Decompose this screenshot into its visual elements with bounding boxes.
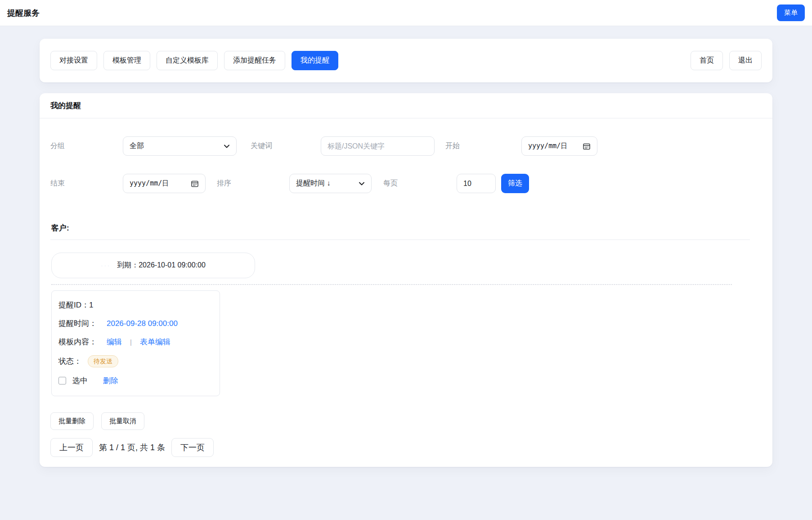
form-edit-link[interactable]: 表单编辑 — [140, 337, 170, 347]
reminder-time-row: 提醒时间： 2026-09-28 09:00:00 — [58, 318, 213, 329]
calendar-icon — [191, 180, 199, 188]
template-content-row: 模板内容： 编辑 | 表单编辑 — [58, 337, 213, 347]
start-date-input[interactable]: yyyy/mm/日 — [521, 136, 597, 156]
status-row: 状态： 待发送 — [58, 355, 213, 367]
pagination-info: 第 1 / 1 页, 共 1 条 — [99, 442, 165, 453]
panel-header: 我的提醒 — [40, 93, 772, 118]
reminder-id-value: 1 — [89, 301, 93, 310]
filter-row-2: 结束 yyyy/mm/日 排序 提醒时间 ↓ 每页 筛选 — [50, 174, 762, 193]
select-label: 选中 — [72, 375, 88, 386]
end-date-placeholder: yyyy/mm/日 — [130, 179, 169, 188]
nav-panel: 对接设置 模板管理 自定义模板库 添加提醒任务 我的提醒 首页 退出 — [40, 39, 772, 82]
sort-select[interactable]: 提醒时间 ↓ — [289, 174, 372, 193]
filter-button[interactable]: 筛选 — [501, 174, 529, 193]
delete-link[interactable]: 删除 — [103, 375, 118, 386]
start-date-placeholder: yyyy/mm/日 — [528, 142, 567, 150]
end-date-label: 结束 — [50, 179, 123, 188]
panel-body: 分组 全部 关键词 开始 yyyy/mm/日 — [40, 118, 772, 468]
select-delete-row: 选中 删除 — [58, 375, 213, 386]
chevron-down-icon — [224, 143, 230, 149]
sort-label: 排序 — [217, 179, 289, 188]
customer-due-card[interactable]: ··· 到期：2026-10-01 09:00:00 — [51, 253, 255, 278]
template-content-label: 模板内容： — [58, 337, 97, 347]
chevron-down-icon — [359, 181, 365, 187]
app-title: 提醒服务 — [7, 8, 40, 18]
batch-actions: 批量删除 批量取消 — [50, 412, 762, 430]
customer-name-faint: ··· — [101, 262, 111, 269]
status-badge: 待发送 — [88, 355, 118, 367]
keyword-input[interactable] — [321, 136, 435, 156]
prev-page-button[interactable]: 上一页 — [50, 438, 93, 457]
start-date-label: 开始 — [445, 141, 521, 151]
per-page-input[interactable] — [457, 174, 496, 193]
nav-right-buttons: 首页 退出 — [691, 51, 762, 70]
page: 提醒服务 菜单 对接设置 模板管理 自定义模板库 添加提醒任务 我的提醒 首页 … — [0, 0, 812, 520]
per-page-label: 每页 — [383, 179, 457, 188]
logout-button[interactable]: 退出 — [729, 51, 762, 70]
batch-cancel-button[interactable]: 批量取消 — [101, 412, 144, 430]
group-label: 分组 — [50, 141, 123, 151]
menu-button[interactable]: 菜单 — [777, 5, 805, 21]
tab-integration-settings[interactable]: 对接设置 — [50, 51, 97, 70]
divider — [50, 240, 750, 240]
dotted-divider — [51, 284, 732, 285]
select-checkbox[interactable] — [58, 377, 66, 384]
nav-tabs: 对接设置 模板管理 自定义模板库 添加提醒任务 我的提醒 — [50, 51, 338, 70]
next-page-button[interactable]: 下一页 — [171, 438, 214, 457]
reminder-time-link[interactable]: 2026-09-28 09:00:00 — [107, 319, 178, 328]
reminder-time-label: 提醒时间： — [58, 318, 97, 329]
end-date-input[interactable]: yyyy/mm/日 — [123, 174, 206, 193]
pagination: 上一页 第 1 / 1 页, 共 1 条 下一页 — [50, 438, 762, 457]
link-separator: | — [130, 338, 132, 346]
reminder-id-row: 提醒ID： 1 — [58, 300, 213, 310]
calendar-icon — [583, 142, 591, 150]
home-button[interactable]: 首页 — [691, 51, 723, 70]
tab-custom-template-library[interactable]: 自定义模板库 — [157, 51, 218, 70]
my-reminders-panel: 我的提醒 分组 全部 关键词 开始 yyyy/mm/日 — [40, 93, 772, 467]
reminder-card: 提醒ID： 1 提醒时间： 2026-09-28 09:00:00 模板内容： … — [51, 290, 220, 396]
tab-add-reminder-task[interactable]: 添加提醒任务 — [224, 51, 285, 70]
reminder-id-label: 提醒ID： — [58, 300, 89, 310]
status-label: 状态： — [58, 356, 81, 366]
filter-row-1: 分组 全部 关键词 开始 yyyy/mm/日 — [50, 136, 762, 156]
due-date-text: 到期：2026-10-01 09:00:00 — [117, 261, 206, 270]
sort-select-value: 提醒时间 ↓ — [296, 179, 330, 188]
group-select[interactable]: 全部 — [123, 136, 237, 156]
keyword-label: 关键词 — [251, 141, 321, 151]
customer-heading: 客户: — [50, 223, 762, 233]
tab-template-management[interactable]: 模板管理 — [103, 51, 150, 70]
panel-title: 我的提醒 — [50, 100, 762, 111]
edit-link[interactable]: 编辑 — [107, 337, 122, 347]
customer-section: 客户: — [50, 223, 762, 240]
top-bar: 提醒服务 菜单 — [0, 0, 812, 26]
tab-my-reminders[interactable]: 我的提醒 — [292, 51, 338, 70]
group-select-value: 全部 — [130, 141, 144, 151]
batch-delete-button[interactable]: 批量删除 — [50, 412, 94, 430]
